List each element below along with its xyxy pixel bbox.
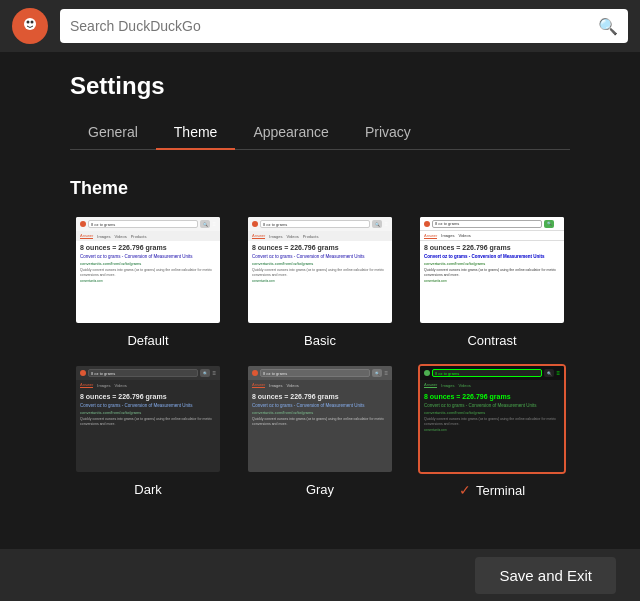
- footer: Save and Exit: [0, 549, 640, 601]
- search-input[interactable]: [70, 18, 590, 34]
- theme-label-default: Default: [127, 333, 168, 348]
- tab-privacy[interactable]: Privacy: [347, 116, 429, 150]
- theme-label-contrast: Contrast: [467, 333, 516, 348]
- theme-grid: 8 oz to grams 🔍 ≡ Answer Images Videos P…: [70, 215, 570, 498]
- theme-item-basic[interactable]: 8 oz to grams 🔍 ≡ Answer Images Videos P…: [242, 215, 398, 348]
- svg-point-2: [31, 21, 34, 24]
- tabs-bar: General Theme Appearance Privacy: [70, 116, 570, 150]
- tab-theme[interactable]: Theme: [156, 116, 236, 150]
- svg-point-0: [24, 18, 36, 30]
- theme-preview-contrast: 8 oz to grams 🔍 ≡ Answer Images Videos 8…: [418, 215, 566, 325]
- theme-label-terminal: ✓ Terminal: [459, 482, 525, 498]
- selected-checkmark: ✓: [459, 482, 471, 498]
- tab-appearance[interactable]: Appearance: [235, 116, 347, 150]
- header: 🔍: [0, 0, 640, 52]
- theme-preview-dark: 8 oz to grams 🔍 ≡ Answer Images Videos 8…: [74, 364, 222, 474]
- theme-item-contrast[interactable]: 8 oz to grams 🔍 ≡ Answer Images Videos 8…: [414, 215, 570, 348]
- tab-general[interactable]: General: [70, 116, 156, 150]
- theme-item-dark[interactable]: 8 oz to grams 🔍 ≡ Answer Images Videos 8…: [70, 364, 226, 498]
- settings-container: Settings General Theme Appearance Privac…: [0, 52, 640, 498]
- search-button[interactable]: 🔍: [598, 17, 618, 36]
- page-title: Settings: [70, 72, 570, 100]
- search-bar[interactable]: 🔍: [60, 9, 628, 43]
- theme-label-dark: Dark: [134, 482, 161, 497]
- theme-preview-default: 8 oz to grams 🔍 ≡ Answer Images Videos P…: [74, 215, 222, 325]
- theme-item-terminal[interactable]: 8 oz to grams 🔍 ≡ Answer Images Videos 8…: [414, 364, 570, 498]
- theme-preview-basic: 8 oz to grams 🔍 ≡ Answer Images Videos P…: [246, 215, 394, 325]
- theme-item-gray[interactable]: 8 oz to grams 🔍 ≡ Answer Images Videos 8…: [242, 364, 398, 498]
- theme-label-gray: Gray: [306, 482, 334, 497]
- section-title: Theme: [70, 178, 570, 199]
- svg-point-1: [27, 21, 30, 24]
- theme-preview-gray: 8 oz to grams 🔍 ≡ Answer Images Videos 8…: [246, 364, 394, 474]
- save-and-exit-button[interactable]: Save and Exit: [475, 557, 616, 594]
- theme-label-basic: Basic: [304, 333, 336, 348]
- theme-item-default[interactable]: 8 oz to grams 🔍 ≡ Answer Images Videos P…: [70, 215, 226, 348]
- logo: [12, 8, 48, 44]
- theme-preview-terminal: 8 oz to grams 🔍 ≡ Answer Images Videos 8…: [418, 364, 566, 474]
